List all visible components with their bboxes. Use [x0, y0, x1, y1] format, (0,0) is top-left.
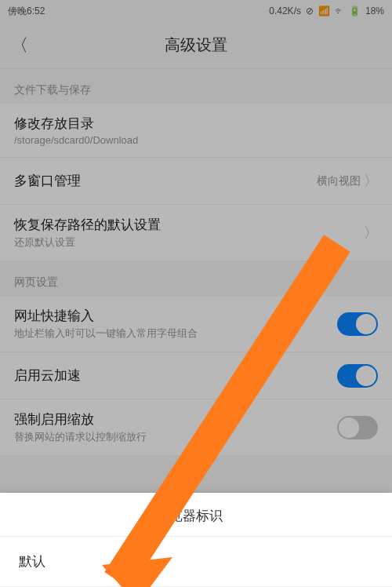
chevron-right-icon: 〉 [364, 224, 378, 242]
section-header-web: 网页设置 [0, 261, 392, 296]
row-title: 启用云加速 [14, 366, 337, 385]
row-title: 强制启用缩放 [14, 410, 337, 428]
row-subtitle: /storage/sdcard0/Download [14, 134, 378, 146]
wifi-icon: ᯤ [335, 5, 344, 16]
battery-icon: 🔋 [349, 5, 361, 16]
toggle-knob [339, 417, 359, 438]
row-subtitle: 替换网站的请求以控制缩放行 [14, 430, 337, 444]
status-battery: 18% [365, 5, 384, 16]
row-multiwindow[interactable]: 多窗口管理 横向视图 〉 [0, 158, 392, 205]
row-main: 多窗口管理 [14, 172, 317, 190]
toggle-zoom[interactable] [337, 416, 378, 439]
row-title: 多窗口管理 [14, 172, 317, 190]
chevron-right-icon: 〉 [364, 172, 378, 191]
toggle-knob [356, 366, 376, 386]
row-subtitle: 地址栏输入时可以一键输入常用字母组合 [14, 326, 337, 341]
row-title: 网址快捷输入 [14, 307, 337, 325]
row-title: 恢复保存路径的默认设置 [14, 216, 364, 234]
section-header-download: 文件下载与保存 [0, 69, 392, 104]
status-time: 傍晚6:52 [8, 5, 269, 18]
row-main: 恢复保存路径的默认设置 还原默认设置 [14, 216, 364, 250]
row-title: 修改存放目录 [14, 115, 378, 133]
row-restore-default[interactable]: 恢复保存路径的默认设置 还原默认设置 〉 [0, 205, 392, 261]
toggle-knob [356, 314, 376, 334]
row-main: 网址快捷输入 地址栏输入时可以一键输入常用字母组合 [14, 307, 337, 341]
row-force-zoom[interactable]: 强制启用缩放 替换网站的请求以控制缩放行 [0, 399, 392, 456]
back-button[interactable]: 〈 [0, 22, 39, 69]
toggle-quickinput[interactable] [337, 312, 378, 336]
page-title: 高级设置 [165, 35, 227, 56]
row-main: 修改存放目录 /storage/sdcard0/Download [14, 115, 378, 146]
row-subtitle: 还原默认设置 [14, 235, 364, 250]
row-value: 横向视图 [317, 174, 361, 188]
sheet-option-default[interactable]: 默认 [0, 537, 392, 587]
action-sheet: 览器标识 默认 [0, 493, 392, 587]
signal-icon: 📶 [318, 5, 330, 16]
row-main: 启用云加速 [14, 366, 337, 385]
sheet-title: 览器标识 [0, 493, 392, 537]
status-speed: 0.42K/s [269, 5, 301, 16]
row-url-quickinput[interactable]: 网址快捷输入 地址栏输入时可以一键输入常用字母组合 [0, 296, 392, 352]
toggle-cloud[interactable] [337, 364, 378, 388]
status-right: 0.42K/s ⊘ 📶 ᯤ 🔋 18% [269, 5, 384, 16]
row-cloud-accel[interactable]: 启用云加速 [0, 352, 392, 399]
chevron-left-icon: 〈 [11, 34, 28, 57]
row-main: 强制启用缩放 替换网站的请求以控制缩放行 [14, 410, 337, 444]
status-bar: 傍晚6:52 0.42K/s ⊘ 📶 ᯤ 🔋 18% [0, 0, 392, 22]
row-storage-dir[interactable]: 修改存放目录 /storage/sdcard0/Download [0, 104, 392, 158]
no-sound-icon: ⊘ [306, 5, 314, 16]
header: 〈 高级设置 [0, 22, 392, 69]
